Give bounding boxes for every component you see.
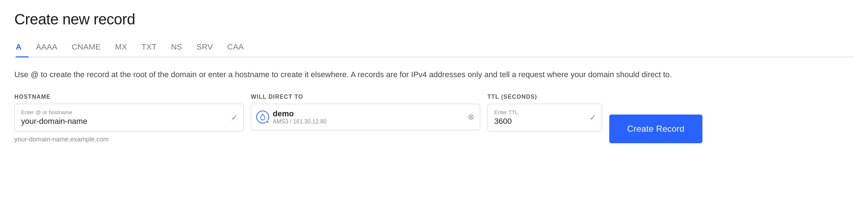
hostname-value: your-domain-name [21, 117, 225, 126]
status-dot [266, 120, 269, 124]
ttl-label: TTL (SECONDS) [487, 94, 602, 100]
hostname-field-group: HOSTNAME Enter @ or hostname your-domain… [14, 94, 244, 143]
ttl-sub-label: Enter TTL [494, 109, 584, 115]
page-title: Create new record [14, 11, 854, 28]
tab-aaaa[interactable]: AAAA [29, 38, 65, 57]
ttl-check-icon: ✓ [590, 113, 596, 122]
tab-ns[interactable]: NS [164, 38, 189, 57]
tab-srv[interactable]: SRV [189, 38, 220, 57]
tab-mx[interactable]: MX [108, 38, 134, 57]
will-direct-label: WILL DIRECT TO [251, 94, 480, 100]
hostname-check-icon: ✓ [231, 113, 238, 122]
will-direct-field-group: WILL DIRECT TO demo AMS3 / 161.30.12.80 … [251, 94, 480, 130]
ttl-input[interactable]: Enter TTL 3600 ✓ [487, 104, 602, 131]
hostname-input[interactable]: Enter @ or hostname your-domain-name ✓ [14, 104, 244, 131]
direct-sub: AMS3 / 161.30.12.80 [273, 118, 462, 125]
hostname-hint: your-domain-name.example.com [14, 136, 244, 143]
description-text: Use @ to create the record at the root o… [14, 68, 731, 81]
create-record-button[interactable]: Create Record [609, 115, 702, 143]
tab-a[interactable]: A [14, 38, 29, 57]
will-direct-input[interactable]: demo AMS3 / 161.30.12.80 ⊗ [251, 104, 480, 130]
hostname-label: HOSTNAME [14, 94, 244, 100]
ttl-value: 3600 [494, 117, 584, 126]
droplet-icon [256, 111, 269, 124]
tabs-container: A AAAA CNAME MX TXT NS SRV CAA [14, 38, 854, 57]
will-direct-clear-icon[interactable]: ⊗ [468, 112, 474, 122]
tab-cname[interactable]: CNAME [65, 38, 108, 57]
hostname-sub-label: Enter @ or hostname [21, 109, 225, 115]
direct-name: demo [273, 109, 462, 118]
tab-txt[interactable]: TXT [134, 38, 164, 57]
fields-row: HOSTNAME Enter @ or hostname your-domain… [14, 94, 854, 143]
ttl-field-group: TTL (SECONDS) Enter TTL 3600 ✓ [487, 94, 602, 131]
tab-caa[interactable]: CAA [220, 38, 251, 57]
